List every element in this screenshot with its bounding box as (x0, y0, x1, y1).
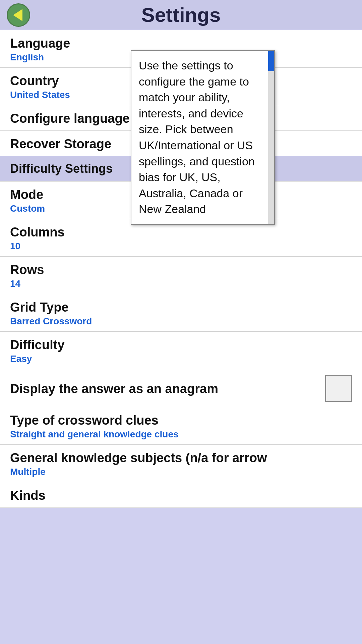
rows-value: 14 (10, 278, 352, 289)
settings-item-kinds[interactable]: Kinds (0, 482, 362, 508)
tooltip-scrollbar-thumb (268, 51, 274, 71)
page-title: Settings (30, 3, 332, 26)
header: Settings (0, 0, 362, 30)
kinds-label: Kinds (10, 488, 352, 503)
difficulty-label: Difficulty (10, 338, 352, 352)
settings-list: Use the settings to configure the game t… (0, 30, 362, 508)
gk-subjects-label: General knowledge subjects (n/a for arro… (10, 451, 352, 465)
settings-item-display-anagram[interactable]: Display the answer as an anagram (0, 369, 362, 407)
columns-label: Columns (10, 225, 352, 239)
back-button[interactable] (7, 3, 30, 27)
back-arrow-icon (13, 9, 22, 21)
settings-item-clue-type[interactable]: Type of crossword clues Straight and gen… (0, 407, 362, 445)
tooltip-text: Use the settings to configure the game t… (139, 58, 267, 217)
difficulty-settings-label: Difficulty Settings (10, 162, 113, 175)
clue-type-label: Type of crossword clues (10, 413, 352, 428)
settings-item-gk-subjects[interactable]: General knowledge subjects (n/a for arro… (0, 445, 362, 482)
settings-item-grid-type[interactable]: Grid Type Barred Crossword (0, 294, 362, 332)
display-anagram-toggle[interactable] (325, 375, 352, 402)
clue-type-value: Straight and general knowledge clues (10, 429, 352, 440)
language-label: Language (10, 36, 352, 51)
settings-item-difficulty[interactable]: Difficulty Easy (0, 332, 362, 369)
columns-value: 10 (10, 241, 352, 252)
difficulty-value: Easy (10, 354, 352, 364)
rows-label: Rows (10, 263, 352, 277)
grid-type-value: Barred Crossword (10, 316, 352, 327)
grid-type-label: Grid Type (10, 300, 352, 315)
gk-subjects-value: Multiple (10, 467, 352, 477)
settings-item-rows[interactable]: Rows 14 (0, 257, 362, 294)
tooltip-popup: Use the settings to configure the game t… (131, 50, 275, 225)
display-anagram-label: Display the answer as an anagram (10, 382, 218, 396)
tooltip-scrollbar[interactable] (268, 51, 274, 224)
